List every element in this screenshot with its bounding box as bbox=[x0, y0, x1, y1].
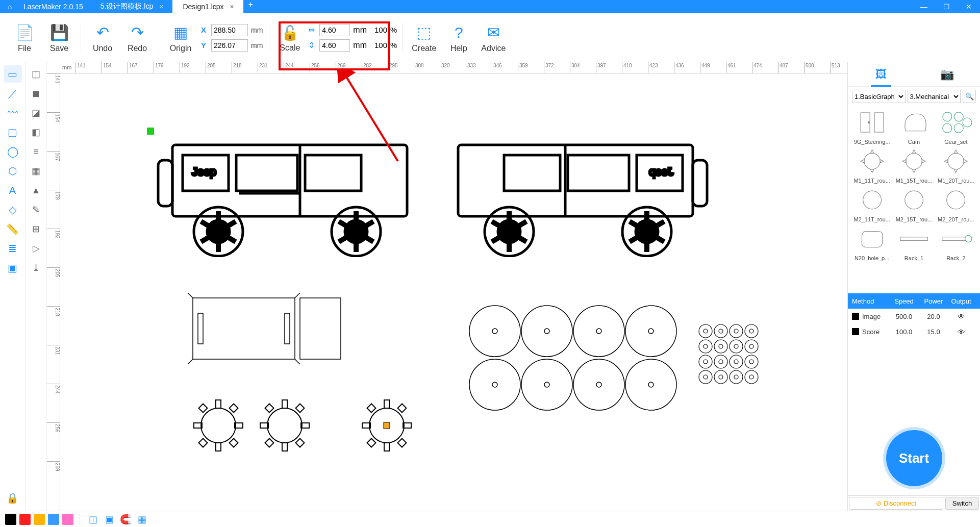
selection-handle[interactable] bbox=[147, 128, 154, 135]
visibility-icon[interactable]: 👁 bbox=[948, 328, 974, 336]
tab-template[interactable]: 5.设计图模板.lcp × bbox=[90, 0, 173, 13]
advice-button[interactable]: ✉Advice bbox=[477, 18, 510, 58]
select-tool[interactable]: ▭ bbox=[4, 65, 22, 83]
svg-point-78 bbox=[954, 123, 963, 133]
polygon-tool[interactable]: ⬡ bbox=[4, 162, 22, 180]
create-button[interactable]: ⬚Create bbox=[408, 18, 440, 58]
disconnect-button[interactable]: ⊘Disconnect bbox=[849, 497, 943, 510]
library-item[interactable]: Gear_set bbox=[936, 108, 976, 145]
marquee-tool[interactable]: ◫ bbox=[28, 65, 44, 83]
mirror-tool[interactable]: ▲ bbox=[28, 182, 44, 199]
start-button[interactable]: Start bbox=[886, 430, 942, 486]
library-item[interactable]: M1_11T_rou... bbox=[852, 147, 892, 184]
tab-design1[interactable]: Design1.lcpx × bbox=[172, 0, 243, 13]
bottom-bar: ◫ ▣ 🧲 ▦ bbox=[0, 511, 980, 527]
y-input[interactable] bbox=[211, 39, 248, 52]
minimize-button[interactable]: — bbox=[913, 0, 935, 13]
close-icon[interactable]: × bbox=[159, 3, 163, 11]
gear-row[interactable] bbox=[188, 390, 433, 461]
ruler-tool[interactable]: 📏 bbox=[4, 220, 22, 238]
library-item[interactable]: M1_20T_rou... bbox=[936, 147, 976, 184]
grid-icon[interactable]: ▦ bbox=[135, 513, 148, 526]
help-button[interactable]: ?Help bbox=[442, 18, 475, 58]
library-item[interactable]: Cam bbox=[894, 108, 934, 145]
svg-line-42 bbox=[188, 359, 193, 364]
switch-button[interactable]: Switch bbox=[945, 497, 979, 510]
svg-point-79 bbox=[963, 118, 972, 127]
library-item[interactable]: Rack_2 bbox=[936, 224, 976, 261]
scale-width-unit: mm bbox=[353, 26, 367, 35]
ruler-tick: 320 bbox=[440, 62, 450, 73]
file-button[interactable]: 📄File bbox=[8, 18, 41, 58]
close-button[interactable]: ✕ bbox=[958, 0, 980, 13]
undo-button[interactable]: ↶Undo bbox=[86, 18, 119, 58]
array-tool[interactable]: ⊞ bbox=[28, 220, 44, 238]
transform-tool[interactable]: ▷ bbox=[28, 240, 44, 257]
scale-lock-button[interactable]: 🔓Scale bbox=[275, 23, 304, 53]
line-tool[interactable]: ／ bbox=[4, 85, 22, 102]
category-1-select[interactable]: 1.BasicGraph bbox=[852, 90, 906, 103]
library-tab[interactable]: 🖼 bbox=[871, 65, 891, 84]
library-item[interactable]: M1_15T_rou... bbox=[894, 147, 934, 184]
layer-row-score[interactable]: Score 100.0 15.0 👁 bbox=[848, 324, 980, 339]
scale-width-input[interactable] bbox=[319, 24, 350, 36]
new-tab-button[interactable]: + bbox=[243, 0, 258, 13]
shape-tool[interactable]: ◧ bbox=[28, 123, 44, 141]
edit-tool[interactable]: ✎ bbox=[28, 201, 44, 218]
snap-icon[interactable]: 🧲 bbox=[119, 513, 132, 526]
fit-icon[interactable]: ▣ bbox=[103, 513, 116, 526]
svg-point-58 bbox=[625, 359, 676, 410]
scale-height-input[interactable] bbox=[319, 39, 350, 52]
library-item[interactable]: 9G_Steering... bbox=[852, 108, 892, 145]
maximize-button[interactable]: ☐ bbox=[935, 0, 958, 13]
ring-array[interactable] bbox=[698, 323, 759, 385]
save-button[interactable]: 💾Save bbox=[43, 18, 76, 58]
rect-tool[interactable]: ▢ bbox=[4, 123, 22, 141]
color-swatch[interactable] bbox=[19, 514, 31, 525]
library-item[interactable]: N20_hole_p... bbox=[852, 224, 892, 261]
ruler-tick: 449 bbox=[700, 62, 710, 73]
svg-point-48 bbox=[573, 306, 624, 357]
category-2-select[interactable]: 3.Mechanical bbox=[908, 90, 961, 103]
align-tool[interactable]: ≡ bbox=[28, 143, 44, 160]
library-item[interactable]: M2_20T_rou... bbox=[936, 186, 976, 222]
origin-button[interactable]: ▦Origin bbox=[164, 18, 197, 58]
export-tool[interactable]: ⤓ bbox=[28, 259, 44, 277]
text-tool[interactable]: A bbox=[4, 182, 22, 199]
camera-tab[interactable]: 📷 bbox=[937, 65, 957, 84]
ellipse-tool[interactable]: ◯ bbox=[4, 143, 22, 160]
file-icon: 📄 bbox=[15, 22, 34, 43]
origin-icon: ▦ bbox=[173, 22, 188, 43]
visibility-icon[interactable]: 👁 bbox=[948, 312, 974, 321]
layer-row-image[interactable]: Image 500.0 20.0 👁 bbox=[848, 309, 980, 324]
color-swatch[interactable] bbox=[5, 514, 16, 525]
scale-height-pct: 100 bbox=[370, 41, 387, 49]
close-icon[interactable]: × bbox=[230, 3, 234, 11]
library-item[interactable]: Rack_1 bbox=[894, 224, 934, 261]
vehicle-right[interactable]: Jeep bbox=[438, 135, 713, 257]
redo-button[interactable]: ↷Redo bbox=[121, 18, 154, 58]
search-icon[interactable]: 🔍 bbox=[963, 90, 976, 103]
curve-tool[interactable]: 〰 bbox=[4, 104, 22, 121]
lock-tool[interactable]: 🔒 bbox=[4, 489, 22, 507]
layers-tool[interactable]: ≣ bbox=[4, 240, 22, 257]
wheel-grid[interactable] bbox=[468, 303, 683, 415]
box-unfold[interactable] bbox=[188, 288, 351, 369]
grid-tool[interactable]: ▦ bbox=[28, 162, 44, 180]
canvas[interactable]: Jeep Jeep bbox=[60, 73, 847, 511]
x-input[interactable] bbox=[211, 24, 248, 36]
artboard-tool[interactable]: ▣ bbox=[4, 259, 22, 277]
library-item[interactable]: M2_11T_rou... bbox=[852, 186, 892, 222]
svg-point-82 bbox=[948, 153, 964, 169]
coordinate-block: X mm Y mm bbox=[199, 24, 265, 52]
color-swatch[interactable] bbox=[34, 514, 45, 525]
eraser-tool[interactable]: ◇ bbox=[4, 201, 22, 218]
library-item[interactable]: M2_15T_rou... bbox=[894, 186, 934, 222]
color-swatch[interactable] bbox=[48, 514, 59, 525]
path-tool[interactable]: ◪ bbox=[28, 104, 44, 121]
color-swatch[interactable] bbox=[62, 514, 73, 525]
bounds-icon[interactable]: ◫ bbox=[86, 513, 99, 526]
fill-tool[interactable]: ◼ bbox=[28, 85, 44, 102]
home-icon[interactable]: ⌂ bbox=[3, 0, 16, 13]
create-icon: ⬚ bbox=[417, 22, 431, 43]
